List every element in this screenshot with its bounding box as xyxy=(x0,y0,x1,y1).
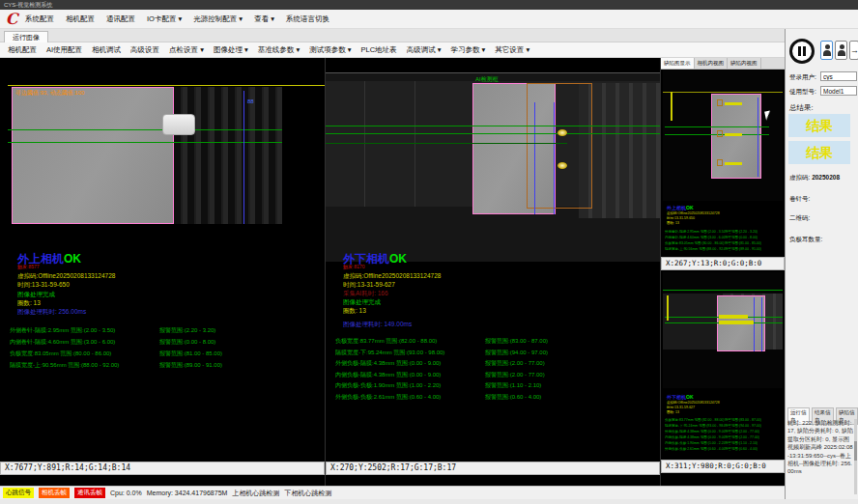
menu-item-io-config[interactable]: IO卡配置 ▾ xyxy=(147,14,182,24)
mini-virtual-code: 虚拟码:Offline20250208133124728 xyxy=(667,211,720,215)
mini-camera-result: OK xyxy=(686,394,694,400)
model-input[interactable] xyxy=(820,86,857,96)
measure-value: 内侧卷针-隔膜:4.60mm 范围:(3.00 - 6.00) xyxy=(665,236,725,239)
left-trigger-text: 触发:8577 xyxy=(17,264,40,269)
toolbar-baseline-params[interactable]: 基准线参数 ▾ xyxy=(258,45,300,55)
overlay-green-line xyxy=(8,129,282,130)
mid-time: 时间:13-31-59-627 xyxy=(343,281,395,290)
mid-view-pixel-status: X:270;Y:2502;R:17;G:17;B:17 xyxy=(326,462,660,475)
mini-top-camera-image[interactable] xyxy=(663,70,783,201)
toolbar-advanced-debug[interactable]: 高级调试 ▾ xyxy=(407,45,442,55)
user-manage-button[interactable] xyxy=(835,41,847,60)
measurement-row: 隔膜宽度-下:95.24mm 范围:(93.00 - 98.00)报警范围:(9… xyxy=(335,349,548,357)
defect-callout xyxy=(725,133,742,136)
measurement-row: 内侧卷针-隔膜:4.60mm 范围:(3.00 - 6.00)报警范围:(0.0… xyxy=(10,338,215,347)
tab-camera-inner-view[interactable]: 相机内视图 xyxy=(695,58,729,69)
log-scrollbar[interactable] xyxy=(854,419,857,494)
defect-callout xyxy=(725,102,742,105)
tab-defect-inner-view[interactable]: 缺陷内视图 xyxy=(728,58,761,69)
menu-items: 系统配置 相机配置 通讯配置 IO卡配置 ▾ 光源控制配置 ▾ 查看 ▾ 系统语… xyxy=(25,10,329,29)
menu-item-comm-config[interactable]: 通讯配置 xyxy=(106,14,135,24)
toolbar-learn-params[interactable]: 学习参数 ▾ xyxy=(450,45,485,55)
mid-camera-image[interactable]: AI检测框 xyxy=(326,72,660,262)
toolbar-camera-config[interactable]: 相机配置 xyxy=(8,45,37,55)
toolbar-plc-address-table[interactable]: PLC地址表 xyxy=(361,45,397,55)
login-user-input[interactable] xyxy=(820,71,857,81)
toolbar-ai-use-config[interactable]: AI使用配置 xyxy=(46,45,82,55)
measurement-row: 负极宽度:83.05mm 范围:(80.00 - 86.00)报警范围:(81.… xyxy=(10,350,222,358)
mid-done-text: 图像处理完成 xyxy=(343,298,381,307)
mid-camera-view[interactable]: AI检测框 外下相机OK 触发:8170 虚拟码:Offline20250208… xyxy=(326,58,660,486)
left-camera-image[interactable]: 寻边阈值:93, 动态阈值:100 88 xyxy=(0,73,325,226)
exit-button[interactable]: → xyxy=(849,41,858,60)
run-log-text[interactable]: 耗时: 222, 缺陷检测耗时: 17, 缺陷分类耗时: 0, 缺陷提取分区耗时… xyxy=(787,419,853,494)
left-elapsed: 图像处理耗时: 256.00ms xyxy=(17,308,86,317)
mini-measure-row: 外侧卷针-隔膜:2.95mm 范围:(2.00 - 3.50)报警范围:(2.2… xyxy=(665,230,758,234)
login-user-label: 登录用户: xyxy=(789,73,816,82)
toolbar-test-params[interactable]: 测试项参数 ▾ xyxy=(309,45,351,55)
ai-box-label: AI检测框 xyxy=(475,75,499,84)
left-camera-result: OK xyxy=(64,252,81,266)
left-camera-view[interactable]: 寻边阈值:93, 动态阈值:100 88 外上相机OK 触发:8577 虚拟码:… xyxy=(0,58,325,486)
toolbar-image-processing[interactable]: 图像处理 ▾ xyxy=(214,45,248,55)
tab-connector-object xyxy=(162,114,195,135)
menu-bar: C 系统配置 相机配置 通讯配置 IO卡配置 ▾ 光源控制配置 ▾ 查看 ▾ 系… xyxy=(0,10,858,29)
measurement-row: 负极宽度:83.77mm 范围:(82.00 - 88.00)报警范围:(83.… xyxy=(335,337,548,346)
toolbar-other-settings[interactable]: 其它设置 ▾ xyxy=(495,45,529,55)
highlight-spot xyxy=(558,129,567,136)
measure-value: 负极宽度:83.05mm 范围:(80.00 - 86.00) xyxy=(665,241,725,245)
overlay-green-line xyxy=(8,142,282,143)
pause-icon xyxy=(798,46,801,56)
menu-item-light-config[interactable]: 光源控制配置 ▾ xyxy=(193,14,243,24)
measurement-row: 外侧卷针-隔膜:2.95mm 范围:(2.00 - 3.50)报警范围:(2.2… xyxy=(10,326,215,335)
mini-bottom-title: 外下相机OK xyxy=(667,394,694,400)
left-view-pixel-status: X:7677;Y:891;R:14;G:14;B:14 xyxy=(0,462,325,475)
mini-measure-row: 负极宽度:83.05mm 范围:(80.00 - 86.00)报警范围:(81.… xyxy=(665,241,761,245)
mid-elapsed: 图像处理耗时: 149.00ms xyxy=(343,321,412,329)
mini-measure-row: 隔膜宽度-下:95.24mm 范围:(93.00 - 98.00)报警范围:(9… xyxy=(665,424,761,428)
alarm-range: 报警范围:(2.20 - 3.20) xyxy=(159,326,215,335)
user-icon xyxy=(840,44,844,49)
mini-time: 时间:13-31-59-650 xyxy=(667,216,695,220)
menu-item-system-config[interactable]: 系统配置 xyxy=(25,14,54,24)
menu-item-language-switch[interactable]: 系统语言切换 xyxy=(286,14,329,24)
alarm-range: 报警范围:(1.10 - 2.10) xyxy=(725,441,758,445)
mini-bottom-camera-image[interactable] xyxy=(663,272,783,388)
overlay-blue-line xyxy=(554,102,555,214)
tab-run-image[interactable]: 运行图像 xyxy=(4,31,48,42)
tab-count-label: 负极耳数量: xyxy=(789,236,822,244)
tab-strip: 运行图像 xyxy=(0,29,785,42)
mid-trigger-text: 触发:8170 xyxy=(343,264,365,269)
tab-defect-image[interactable]: 缺陷图显示 xyxy=(661,58,695,69)
alarm-range: 报警范围:(81.00 - 85.00) xyxy=(725,241,761,245)
app-window: CYS-视觉检测系统 C 系统配置 相机配置 通讯配置 IO卡配置 ▾ 光源控制… xyxy=(0,0,858,504)
toolbar-spot-check[interactable]: 点检设置 ▾ xyxy=(169,45,204,55)
left-done-text: 图像处理完成 xyxy=(17,291,55,299)
mini-camera-name: 外下相机 xyxy=(667,394,686,400)
measure-value: 隔膜宽度-上:90.56mm 范围:(88.00 - 92.00) xyxy=(665,247,725,251)
cursor-icon xyxy=(764,110,772,120)
measurement-row: 内侧负极-隔膜:4.38mm 范围:(0.00 - 9.00)报警范围:(2.0… xyxy=(335,371,545,379)
left-time: 时间:13-31-59-650 xyxy=(17,281,70,290)
measure-value: 隔膜宽度-下:95.24mm 范围:(93.00 - 98.00) xyxy=(665,424,725,428)
menu-item-camera-config[interactable]: 相机配置 xyxy=(66,14,95,24)
toolbar-advanced-settings[interactable]: 高级设置 xyxy=(130,45,159,55)
menu-item-view[interactable]: 查看 ▾ xyxy=(254,14,274,24)
defect-marker xyxy=(717,159,723,166)
toolbar-camera-debug[interactable]: 相机调试 xyxy=(92,45,121,55)
main-area: 寻边阈值:93, 动态阈值:100 88 外上相机OK 触发:8577 虚拟码:… xyxy=(0,58,785,486)
model-label: 使用型号: xyxy=(789,88,816,97)
overlay-yellow-mark xyxy=(667,295,669,321)
user-login-button[interactable] xyxy=(820,41,833,60)
pause-button[interactable] xyxy=(789,39,815,64)
mid-ai-elapsed: 采集AI耗时: 166 xyxy=(343,290,388,298)
user-icon xyxy=(825,44,830,49)
alarm-range: 报警范围:(0.60 - 4.00) xyxy=(725,447,758,451)
overlay-blue-line xyxy=(758,98,758,177)
defect-callout xyxy=(725,162,742,165)
alarm-range: 报警范围:(1.10 - 2.10) xyxy=(485,381,541,390)
alarm-range: 报警范围:(0.00 - 8.00) xyxy=(159,338,215,347)
virtual-code-caption: 虚拟码: xyxy=(789,174,810,181)
mid-turns: 圈数: 13 xyxy=(343,307,366,316)
machinery-line xyxy=(415,81,415,207)
